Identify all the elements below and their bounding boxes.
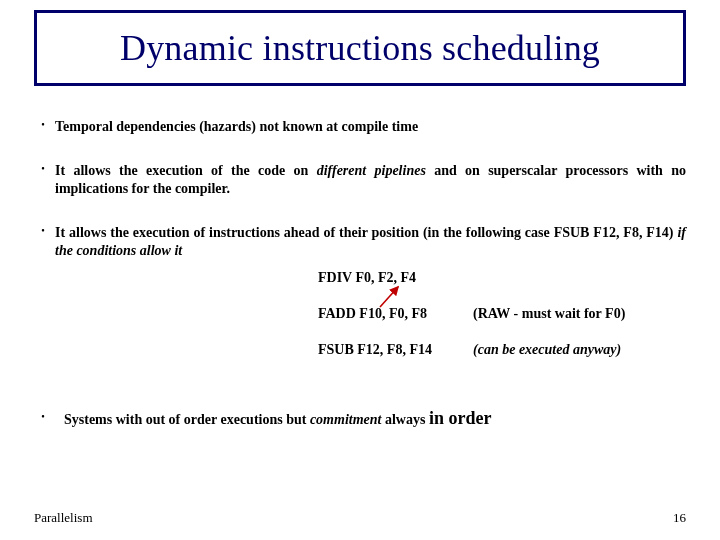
code-note-3: (can be executed anyway) [473,342,621,357]
bullet-1-text: Temporal dependencies (hazards) not know… [55,118,686,136]
code-row-3: FSUB F12, F8, F14 (can be executed anywa… [318,342,698,362]
bullet-2: • It allows the execution of the code on… [38,162,686,198]
bullet-4-part-a: Systems with out of order executions but [64,412,310,427]
bullet-2-part-a: It allows the execution of the code on [55,163,317,178]
bullet-3: • It allows the execution of instruction… [38,224,686,260]
code-note-2-text: (RAW - must wait for F0) [473,306,625,321]
code-instr-1: FDIV F0, F2, F4 [318,270,416,285]
bullet-dot: • [38,164,48,174]
code-note-2: (RAW - must wait for F0) [473,306,625,321]
bullet-dot: • [38,412,48,422]
title-box: Dynamic instructions scheduling [34,10,686,86]
bullet-3-part-a: It allows the execution of instructions … [55,225,677,240]
bullet-dot: • [38,120,48,130]
code-row-2: FADD F10, F0, F8 (RAW - must wait for F0… [318,306,698,326]
bullet-1: • Temporal dependencies (hazards) not kn… [38,118,686,136]
svg-line-0 [380,287,398,307]
bullet-4: • Systems with out of order executions b… [38,408,686,429]
code-row-1: FDIV F0, F2, F4 [318,270,698,290]
slide: Dynamic instructions scheduling • Tempor… [0,0,720,540]
bullet-2-text: It allows the execution of the code on d… [55,162,686,198]
code-instr-2: FADD F10, F0, F8 [318,306,427,321]
code-instr-3: FSUB F12, F8, F14 [318,342,432,357]
bullet-dot: • [38,226,48,236]
bullet-4-emph-2: in order [429,408,492,428]
bullet-4-text: Systems with out of order executions but… [64,408,686,429]
bullet-2-emph: different pipelines [317,163,426,178]
bullet-3-text: It allows the execution of instructions … [55,224,686,260]
slide-title: Dynamic instructions scheduling [120,27,600,69]
bullet-4-part-c: always [381,412,428,427]
footer-left: Parallelism [34,510,93,526]
code-block: FDIV F0, F2, F4 FADD F10, F0, F8 (RAW - … [318,270,698,362]
slide-body: • Temporal dependencies (hazards) not kn… [38,118,686,429]
page-number: 16 [673,510,686,526]
bullet-4-emph-1: commitment [310,412,382,427]
